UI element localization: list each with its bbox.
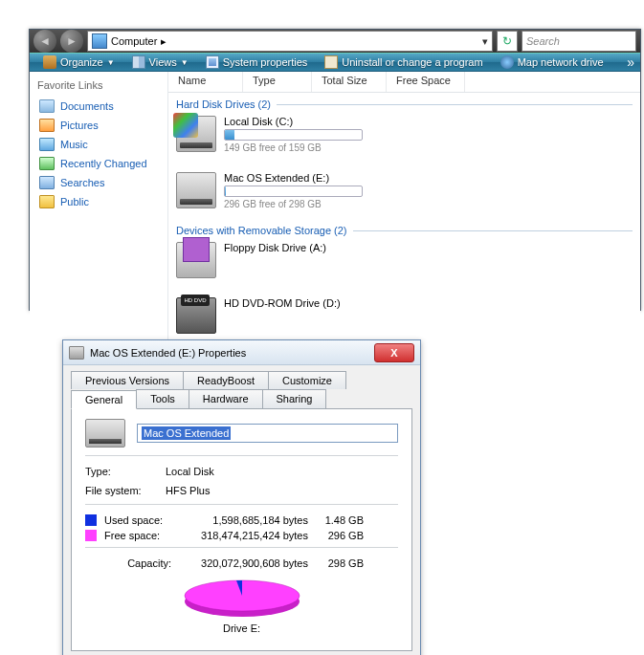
- free-label: Free space:: [104, 530, 171, 541]
- sidebar-item-music[interactable]: Music: [33, 135, 164, 154]
- recently-changed-icon: [39, 157, 55, 170]
- drive-status: 296 GB free of 298 GB: [224, 199, 444, 209]
- drive-name: HD DVD-ROM Drive (D:): [224, 297, 444, 309]
- tab-customize[interactable]: Customize: [268, 371, 346, 389]
- titlebar: ◄ ► Computer ▸ ▾ ↻ Search: [30, 30, 640, 53]
- close-button[interactable]: X: [374, 343, 414, 362]
- tab-strip: Previous Versions ReadyBoost Customize G…: [63, 365, 420, 408]
- forward-button[interactable]: ►: [60, 30, 83, 53]
- capacity-label: Capacity:: [85, 557, 171, 569]
- views-button[interactable]: Views▼: [124, 54, 196, 71]
- divider: [85, 455, 398, 456]
- music-icon: [39, 138, 55, 151]
- usage-pie-chart: [175, 575, 309, 621]
- drive-hddvd-d[interactable]: HD DVD HD DVD-ROM Drive (D:): [176, 297, 444, 334]
- group-removable-storage: Devices with Removable Storage (2) Flopp…: [168, 219, 640, 343]
- drive-status: 149 GB free of 159 GB: [224, 142, 444, 153]
- toolbar-overflow[interactable]: »: [627, 55, 634, 70]
- uninstall-icon: [324, 55, 338, 69]
- address-bar[interactable]: Computer ▸ ▾: [87, 31, 493, 52]
- col-type[interactable]: Type: [243, 72, 312, 92]
- explorer-window: ◄ ► Computer ▸ ▾ ↻ Search Organize▼ View…: [29, 29, 641, 311]
- drive-mac-os-extended-e[interactable]: Mac OS Extended (E:) 296 GB free of 298 …: [176, 172, 444, 209]
- group-hard-disk-drives: Hard Disk Drives (2) Local Disk (C:) 149…: [168, 93, 640, 219]
- address-dropdown[interactable]: ▾: [482, 35, 488, 48]
- address-crumb[interactable]: Computer: [111, 35, 157, 47]
- group-header-removable[interactable]: Devices with Removable Storage (2): [176, 225, 633, 236]
- drive-floppy-a[interactable]: Floppy Disk Drive (A:): [176, 242, 444, 278]
- tab-readyboost[interactable]: ReadyBoost: [183, 371, 269, 389]
- back-button[interactable]: ◄: [33, 30, 56, 53]
- sidebar-header: Favorite Links: [33, 77, 164, 97]
- tab-sharing[interactable]: Sharing: [262, 389, 327, 408]
- breadcrumb-arrow[interactable]: ▸: [161, 35, 167, 48]
- computer-icon: [92, 33, 107, 49]
- column-headers: Name Type Total Size Free Space: [168, 72, 640, 93]
- properties-dialog: Mac OS Extended (E:) Properties X Previo…: [62, 339, 421, 655]
- divider: [85, 504, 398, 505]
- tab-tools[interactable]: Tools: [136, 389, 189, 408]
- sidebar-item-recently-changed[interactable]: Recently Changed: [33, 154, 164, 173]
- refresh-button[interactable]: ↻: [497, 31, 518, 52]
- drive-small-icon: [69, 346, 84, 360]
- used-color-swatch: [85, 514, 97, 526]
- search-input[interactable]: Search: [522, 31, 636, 52]
- sidebar: Favorite Links Documents Pictures Music …: [30, 72, 168, 343]
- pictures-icon: [39, 119, 55, 132]
- free-human: 296 GB: [316, 530, 364, 541]
- floppy-icon: [176, 242, 216, 278]
- sidebar-item-documents[interactable]: Documents: [33, 97, 164, 116]
- sidebar-item-public[interactable]: Public: [33, 192, 164, 211]
- group-header-hdd[interactable]: Hard Disk Drives (2): [176, 98, 633, 110]
- col-total-size[interactable]: Total Size: [312, 72, 387, 92]
- tab-general[interactable]: General: [71, 390, 137, 409]
- capacity-row: Capacity: 320,072,900,608 bytes 298 GB: [85, 557, 398, 569]
- drive-name: Mac OS Extended (E:): [224, 172, 444, 184]
- documents-icon: [39, 99, 55, 113]
- hddvd-icon: HD DVD: [176, 297, 216, 334]
- organize-button[interactable]: Organize▼: [35, 54, 122, 71]
- free-space-row: Free space: 318,474,215,424 bytes 296 GB: [85, 530, 398, 541]
- drive-big-icon: [85, 419, 125, 448]
- system-properties-button[interactable]: System properties: [198, 54, 316, 71]
- searches-icon: [39, 176, 55, 189]
- tab-previous-versions[interactable]: Previous Versions: [71, 371, 184, 389]
- divider: [85, 547, 398, 548]
- used-space-row: Used space: 1,598,685,184 bytes 1.48 GB: [85, 514, 398, 526]
- tab-hardware[interactable]: Hardware: [189, 389, 263, 408]
- usage-bar: [224, 129, 363, 141]
- col-free-space[interactable]: Free Space: [387, 72, 465, 92]
- map-drive-button[interactable]: Map network drive: [493, 54, 611, 71]
- col-name[interactable]: Name: [168, 72, 243, 92]
- public-icon: [39, 195, 55, 208]
- dialog-titlebar: Mac OS Extended (E:) Properties X: [63, 340, 420, 365]
- type-label: Type:: [85, 466, 154, 477]
- search-placeholder: Search: [526, 35, 560, 47]
- uninstall-button[interactable]: Uninstall or change a program: [317, 54, 490, 71]
- tab-panel-general: Mac OS Extended Type:Local Disk File sys…: [71, 408, 412, 651]
- sidebar-item-searches[interactable]: Searches: [33, 173, 164, 192]
- used-human: 1.48 GB: [316, 514, 364, 526]
- system-properties-icon: [206, 55, 219, 69]
- usage-bar: [224, 186, 363, 197]
- map-drive-icon: [500, 55, 514, 69]
- sidebar-item-pictures[interactable]: Pictures: [33, 116, 164, 135]
- content-pane: Name Type Total Size Free Space Hard Dis…: [168, 72, 640, 343]
- hdd-icon: [176, 172, 216, 208]
- capacity-human: 298 GB: [316, 557, 364, 569]
- dialog-title: Mac OS Extended (E:) Properties: [90, 347, 246, 359]
- hdd-icon: [176, 116, 216, 152]
- drive-name: Floppy Disk Drive (A:): [224, 242, 444, 253]
- type-value: Local Disk: [166, 466, 214, 477]
- free-bytes: 318,474,215,424 bytes: [179, 530, 308, 541]
- filesystem-label: File system:: [85, 485, 154, 496]
- organize-icon: [43, 55, 56, 69]
- views-icon: [132, 55, 145, 69]
- used-label: Used space:: [104, 514, 171, 526]
- drive-local-disk-c[interactable]: Local Disk (C:) 149 GB free of 159 GB: [176, 116, 444, 153]
- toolbar: Organize▼ Views▼ System properties Unins…: [30, 53, 640, 72]
- capacity-bytes: 320,072,900,608 bytes: [179, 557, 308, 569]
- volume-name-input[interactable]: Mac OS Extended: [137, 424, 398, 443]
- drive-name: Local Disk (C:): [224, 116, 444, 127]
- filesystem-value: HFS Plus: [166, 485, 210, 496]
